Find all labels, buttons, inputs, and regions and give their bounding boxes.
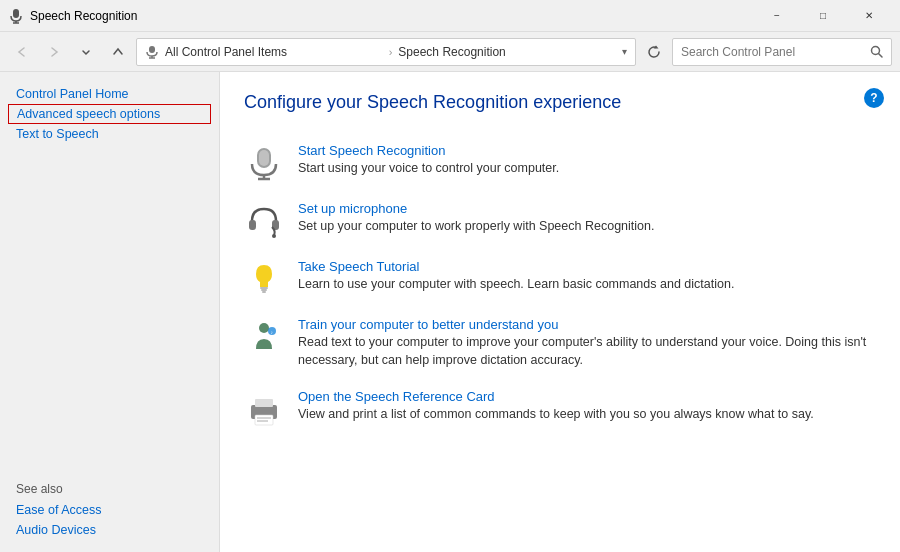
up-button[interactable] [104,38,132,66]
take-tutorial-desc: Learn to use your computer with speech. … [298,277,734,291]
reference-card-content: Open the Speech Reference Card View and … [298,389,814,424]
start-speech-icon [244,143,284,181]
minimize-button[interactable]: − [754,0,800,32]
svg-rect-18 [262,291,266,293]
list-item: Take Speech Tutorial Learn to use your c… [244,249,876,307]
nav-bar: All Control Panel Items › Speech Recogni… [0,32,900,72]
main-area: Control Panel Home Advanced speech optio… [0,72,900,552]
address-bar[interactable]: All Control Panel Items › Speech Recogni… [136,38,636,66]
train-computer-content: Train your computer to better understand… [298,317,876,369]
list-item: Open the Speech Reference Card View and … [244,379,876,437]
take-tutorial-content: Take Speech Tutorial Learn to use your c… [298,259,734,294]
sidebar: Control Panel Home Advanced speech optio… [0,72,220,552]
search-icon[interactable] [870,45,883,58]
sidebar-item-text-to-speech[interactable]: Text to Speech [0,124,219,144]
refresh-button[interactable] [640,38,668,66]
content-area: Configure your Speech Recognition experi… [220,72,900,552]
list-item: Start Speech Recognition Start using you… [244,133,876,191]
sidebar-item-advanced-speech[interactable]: Advanced speech options [8,104,211,124]
svg-rect-0 [13,9,19,18]
setup-mic-link[interactable]: Set up microphone [298,201,654,216]
start-speech-content: Start Speech Recognition Start using you… [298,143,559,178]
close-button[interactable]: ✕ [846,0,892,32]
search-box[interactable] [672,38,892,66]
svg-rect-3 [149,46,155,53]
svg-rect-10 [259,150,269,166]
start-speech-link[interactable]: Start Speech Recognition [298,143,559,158]
train-computer-link[interactable]: Train your computer to better understand… [298,317,876,332]
take-tutorial-icon [244,259,284,297]
title-bar: Speech Recognition − □ ✕ [0,0,900,32]
setup-mic-content: Set up microphone Set up your computer t… [298,201,654,236]
address-mic-icon [145,45,159,59]
address-path-part2: Speech Recognition [398,45,616,59]
start-speech-desc: Start using your voice to control your c… [298,161,559,175]
setup-mic-desc: Set up your computer to work properly wi… [298,219,654,233]
window-title: Speech Recognition [30,9,754,23]
svg-rect-16 [260,287,268,289]
reference-card-desc: View and print a list of common commands… [298,407,814,421]
help-button[interactable]: ? [864,88,884,108]
sidebar-item-audio-devices[interactable]: Audio Devices [0,520,219,540]
content-title: Configure your Speech Recognition experi… [244,92,876,113]
take-tutorial-link[interactable]: Take Speech Tutorial [298,259,734,274]
address-chevron-icon[interactable]: ▾ [622,46,627,57]
address-separator: › [389,46,393,58]
sidebar-item-ease-of-access[interactable]: Ease of Access [0,500,219,520]
svg-point-19 [259,323,269,333]
reference-card-icon [244,389,284,427]
svg-rect-23 [255,399,273,407]
svg-line-8 [879,54,883,58]
svg-rect-24 [255,415,273,425]
search-input[interactable] [681,45,864,59]
setup-mic-icon [244,201,284,239]
list-item: ♪ Train your computer to better understa… [244,307,876,379]
sidebar-item-control-panel-home[interactable]: Control Panel Home [0,84,219,104]
forward-button[interactable] [40,38,68,66]
window-controls: − □ ✕ [754,0,892,32]
back-button[interactable] [8,38,36,66]
item-list: Start Speech Recognition Start using you… [244,133,876,437]
train-computer-desc: Read text to your computer to improve yo… [298,335,866,367]
address-path-part1: All Control Panel Items [165,45,383,59]
dropdown-button[interactable] [72,38,100,66]
svg-rect-13 [249,220,256,230]
list-item: Set up microphone Set up your computer t… [244,191,876,249]
maximize-button[interactable]: □ [800,0,846,32]
svg-point-15 [272,234,276,238]
app-icon [8,8,24,24]
train-computer-icon: ♪ [244,317,284,355]
svg-rect-17 [261,289,267,291]
see-also-label: See also [0,464,219,500]
reference-card-link[interactable]: Open the Speech Reference Card [298,389,814,404]
